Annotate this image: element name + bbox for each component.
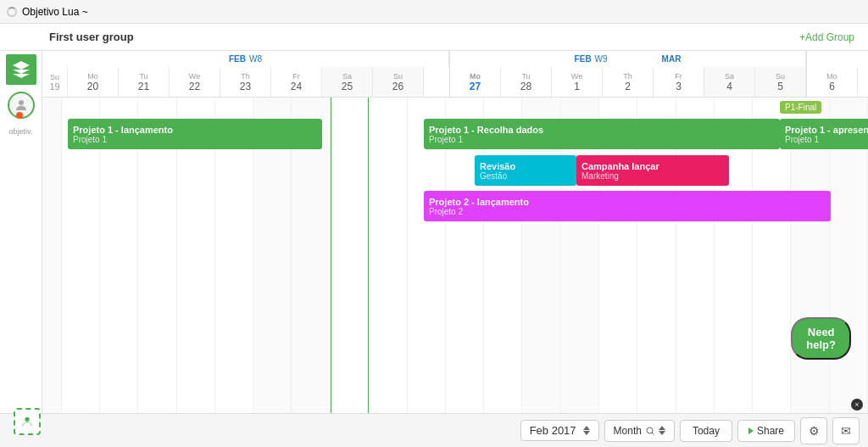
share-button[interactable]: Share bbox=[737, 420, 795, 442]
top-bar: Objetivo Lua ~ bbox=[0, 0, 868, 24]
week-days-2: Mo27 Tu28 We1 Th2 Fr3 Sa4 Su5 bbox=[450, 67, 806, 97]
day-su5: Su5 bbox=[755, 67, 806, 97]
task-subtitle: Projeto 1 bbox=[73, 135, 317, 144]
day-su26: Su26 bbox=[373, 67, 424, 97]
task-subtitle-6: Projeto 2 bbox=[429, 207, 826, 216]
task-title-5: Campanha lançar bbox=[581, 161, 724, 171]
day-we22: We22 bbox=[170, 67, 220, 97]
week-group-3: MAR W10 Mo6 Tu7 We8 Th9 Fr10 Sa11 Su12 bbox=[807, 51, 868, 97]
today-button[interactable]: Today bbox=[680, 420, 732, 442]
day-mo6: Mo6 bbox=[807, 67, 858, 97]
day-mo20: Mo20 bbox=[68, 67, 119, 97]
day-we1: We1 bbox=[552, 67, 603, 97]
notification-dot bbox=[16, 112, 23, 119]
date-chevrons bbox=[583, 426, 590, 435]
week-group-2: FEB W9 MAR Mo27 Tu28 We1 Th2 Fr3 Sa4 Su5 bbox=[450, 51, 807, 97]
date-selector[interactable]: Feb 2017 bbox=[520, 420, 599, 441]
chevron-up-icon bbox=[583, 426, 590, 430]
week-days-1: Su 19 Mo20 Tu21 We22 Th23 Fr24 Sa25 Su26 bbox=[42, 67, 449, 97]
task-title-3: Projeto 1 - apresentação bbox=[785, 125, 868, 135]
tasks-layer: P1-Final Projeto 1 - lançamento Projeto … bbox=[42, 98, 868, 413]
week-group-1: FEB W8 Su 19 Mo20 Tu21 We22 Th23 Fr24 bbox=[42, 51, 450, 97]
email-icon: ✉ bbox=[841, 424, 851, 438]
sidebar-label: objetiv. bbox=[9, 127, 33, 136]
task-title-6: Projeto 2 - lançamento bbox=[429, 197, 826, 207]
sidebar: objetiv. bbox=[0, 51, 42, 413]
week-label-2: FEB W9 MAR bbox=[450, 51, 806, 67]
loading-spinner bbox=[7, 7, 17, 17]
chevron-down-icon bbox=[583, 431, 590, 435]
week-label-3: MAR W10 bbox=[807, 51, 868, 67]
search-icon bbox=[645, 426, 655, 436]
day-tu21: Tu21 bbox=[119, 67, 170, 97]
task-projeto1-lancamento[interactable]: Projeto 1 - lançamento Projeto 1 bbox=[68, 119, 322, 149]
view-chevron-down-icon bbox=[659, 431, 665, 435]
view-chevrons bbox=[659, 426, 665, 435]
help-button[interactable]: Need help? bbox=[791, 317, 851, 360]
sidebar-logo bbox=[6, 54, 36, 85]
day-tu28: Tu28 bbox=[501, 67, 552, 97]
app-container: Objetivo Lua ~ First user group +Add Gro… bbox=[0, 0, 868, 447]
app-title: Objetivo Lua ~ bbox=[22, 6, 88, 18]
day-th23: Th23 bbox=[220, 67, 271, 97]
task-subtitle-3: Projeto 1 bbox=[785, 135, 868, 144]
main-area: objetiv. FEB W8 Su 19 bbox=[0, 51, 868, 413]
settings-button[interactable]: ⚙ bbox=[800, 417, 827, 444]
bottom-bar: Feb 2017 Month Today Share ⚙ bbox=[0, 413, 868, 447]
task-revisao[interactable]: Revisão Gestão bbox=[475, 155, 576, 186]
svg-line-3 bbox=[652, 433, 654, 435]
day-fr3: Fr3 bbox=[654, 67, 704, 97]
current-date: Feb 2017 bbox=[530, 424, 576, 437]
calendar-area: FEB W8 Su 19 Mo20 Tu21 We22 Th23 Fr24 bbox=[42, 51, 868, 413]
task-title-4: Revisão bbox=[480, 161, 571, 171]
view-label: Month bbox=[614, 425, 642, 437]
task-subtitle-4: Gestão bbox=[480, 171, 571, 181]
svg-point-2 bbox=[647, 427, 653, 433]
week-days-3: Mo6 Tu7 We8 Th9 Fr10 Sa11 Su12 bbox=[807, 67, 868, 97]
group-name: First user group bbox=[49, 31, 134, 43]
view-chevron-up-icon bbox=[659, 426, 665, 430]
task-title-2: Projeto 1 - Recolha dados bbox=[429, 125, 775, 135]
task-projeto1-apresentacao[interactable]: Projeto 1 - apresentação Projeto 1 bbox=[780, 119, 868, 149]
day-tu7: Tu7 bbox=[858, 67, 868, 97]
day-th2: Th2 bbox=[603, 67, 654, 97]
day-su19: Su 19 bbox=[42, 67, 68, 97]
day-fr24: Fr24 bbox=[271, 67, 322, 97]
svg-point-0 bbox=[19, 100, 24, 105]
task-subtitle-2: Projeto 1 bbox=[429, 135, 775, 144]
help-close-button[interactable]: × bbox=[851, 399, 863, 411]
week-label-1: FEB W8 bbox=[42, 51, 449, 67]
task-campanha[interactable]: Campanha lançar Marketing bbox=[576, 155, 729, 186]
calendar-header: FEB W8 Su 19 Mo20 Tu21 We22 Th23 Fr24 bbox=[42, 51, 868, 98]
sidebar-user-section bbox=[8, 92, 35, 126]
group-header-left: First user group bbox=[7, 31, 799, 43]
milestone-p1final: P1-Final bbox=[780, 101, 821, 114]
task-projeto1-recolha[interactable]: Projeto 1 - Recolha dados Projeto 1 bbox=[424, 119, 780, 149]
task-subtitle-5: Marketing bbox=[581, 171, 724, 181]
share-label: Share bbox=[757, 425, 784, 437]
day-sa25: Sa25 bbox=[322, 67, 373, 97]
email-button[interactable]: ✉ bbox=[832, 417, 860, 444]
group-header: First user group +Add Group bbox=[0, 24, 868, 51]
task-title: Projeto 1 - lançamento bbox=[73, 125, 317, 135]
settings-icon: ⚙ bbox=[809, 424, 820, 438]
svg-point-1 bbox=[25, 417, 29, 422]
view-selector[interactable]: Month bbox=[604, 420, 675, 442]
add-user-button[interactable] bbox=[14, 408, 41, 435]
calendar-body: P1-Final Projeto 1 - lançamento Projeto … bbox=[42, 98, 868, 413]
day-sa4: Sa4 bbox=[704, 67, 755, 97]
share-arrow-icon bbox=[748, 427, 754, 434]
add-group-button[interactable]: +Add Group bbox=[799, 31, 854, 43]
task-projeto2-lancamento[interactable]: Projeto 2 - lançamento Projeto 2 bbox=[424, 191, 831, 221]
day-mo27: Mo27 bbox=[450, 67, 501, 97]
